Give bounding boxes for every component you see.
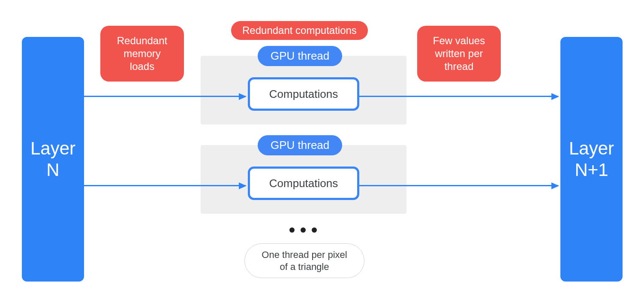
- thread1-comp-box: Computations: [248, 77, 359, 111]
- layer-n1-line1: Layer: [569, 138, 614, 158]
- rm-line1: Redundant: [117, 35, 167, 46]
- thread2-pill-text: GPU thread: [271, 139, 329, 152]
- layer-n-box: Layer N: [22, 37, 84, 282]
- thread2-pill: GPU thread: [258, 135, 342, 155]
- rc-text: Redundant computations: [242, 24, 357, 36]
- thread2-comp-box: Computations: [248, 167, 359, 200]
- layer-n-line1: Layer: [30, 138, 75, 158]
- thread1-pill: GPU thread: [258, 46, 342, 66]
- rm-line3: loads: [130, 61, 154, 72]
- footer-pill: One thread per pixel of a triangle: [244, 243, 364, 278]
- arrow-2-left: [84, 185, 246, 186]
- fv-line3: thread: [444, 61, 473, 72]
- arrow-1-left: [84, 96, 246, 97]
- few-values-badge: Few values written per thread: [417, 26, 501, 82]
- thread2-comp-text: Computations: [269, 177, 338, 190]
- footer-line2: of a triangle: [280, 261, 329, 272]
- fv-line2: written per: [435, 48, 483, 59]
- redundant-memory-badge: Redundant memory loads: [100, 26, 184, 82]
- thread1-pill-text: GPU thread: [271, 49, 329, 62]
- arrow-1-right: [359, 96, 558, 97]
- layer-n1-line2: N+1: [575, 160, 608, 180]
- rm-line2: memory: [123, 48, 161, 59]
- layer-n1-box: Layer N+1: [560, 37, 623, 282]
- fv-line1: Few values: [433, 35, 485, 46]
- arrow-2-right: [359, 185, 558, 186]
- footer-line1: One thread per pixel: [262, 249, 347, 260]
- layer-n-line2: N: [46, 160, 59, 180]
- thread1-comp-text: Computations: [269, 88, 338, 101]
- redundant-computations-pill: Redundant computations: [231, 21, 368, 40]
- ellipsis-icon: [289, 227, 317, 233]
